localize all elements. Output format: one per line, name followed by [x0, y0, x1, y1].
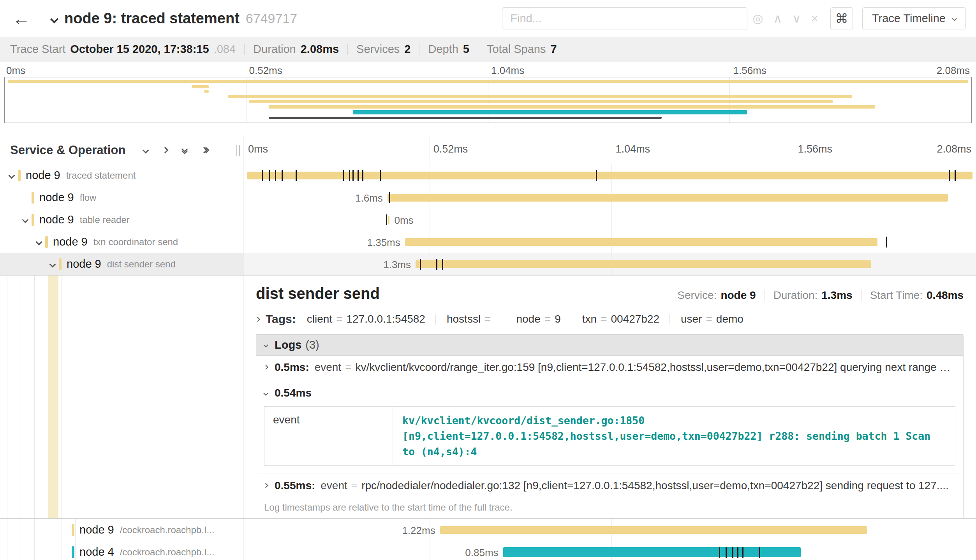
span-row[interactable]: node 9 table reader 0ms — [0, 209, 976, 231]
span-row[interactable]: node 9 txn coordinator send 1.35ms — [0, 231, 976, 253]
span-bar[interactable] — [416, 260, 871, 268]
service-name: node 9 — [53, 235, 88, 248]
span-name-cell[interactable]: node 4 /cockroach.roachpb.I... — [0, 541, 243, 560]
find-input[interactable] — [502, 7, 747, 30]
log-timestamp: 0.55ms: — [275, 479, 315, 492]
collapse-children-icon[interactable] — [46, 262, 59, 267]
tag-value: 9 — [555, 313, 561, 325]
span-detail-panel: dist sender send Service: node 9 Duratio… — [243, 276, 976, 518]
column-resize-handle[interactable] — [236, 145, 240, 156]
span-bar[interactable] — [388, 194, 948, 202]
divider — [244, 44, 245, 55]
service-operation-header: Service & Operation — [0, 136, 243, 164]
tag: txn = 00427b22 — [582, 313, 659, 325]
operation-name: traced statement — [66, 170, 136, 181]
duration: Duration 2.08ms — [253, 43, 339, 56]
equals-sign: = — [345, 361, 351, 374]
equals-sign: = — [351, 479, 358, 492]
span-timeline-cell[interactable]: 1.3ms — [243, 253, 976, 275]
service-value: node 9 — [721, 289, 756, 302]
span-duration-label: 1.22ms — [402, 525, 435, 537]
expand-one-icon[interactable] — [162, 147, 169, 153]
collapse-children-icon[interactable] — [5, 173, 18, 178]
log-field-key: event — [264, 407, 393, 465]
span-timeline-cell[interactable]: 1.35ms — [243, 231, 976, 253]
operation-name: txn coordinator send — [93, 237, 178, 248]
span-bar[interactable] — [405, 238, 877, 246]
logs-header[interactable]: Logs (3) — [256, 335, 963, 356]
collapse-one-icon[interactable] — [143, 147, 149, 153]
collapse-children-icon[interactable] — [33, 240, 45, 244]
span-name-cell[interactable]: node 9 txn coordinator send — [0, 231, 243, 253]
span-timeline-cell[interactable]: 1.6ms — [243, 186, 976, 209]
top-bar: ← node 9: traced statement 6749717 ◎ ∧ ∨… — [0, 0, 976, 37]
minimap-span-bar — [353, 110, 747, 114]
services: Services 2 — [356, 43, 410, 56]
span-row[interactable]: node 9 /cockroach.roachpb.I... 1.22ms — [0, 519, 976, 541]
time-tick-label: 1.04ms — [616, 143, 650, 155]
span-row[interactable]: node 4 /cockroach.roachpb.I... 0.85ms — [0, 541, 976, 560]
span-bar[interactable] — [388, 216, 390, 224]
time-tick-label: 1.04ms — [491, 65, 524, 77]
expand-all-icon[interactable] — [202, 148, 208, 153]
gridline — [794, 136, 794, 164]
span-bar[interactable] — [247, 172, 972, 179]
operation-name: flow — [80, 192, 97, 203]
chevron-down-icon — [263, 342, 268, 348]
time-tick-label: 1.56ms — [798, 143, 832, 155]
focus-match-icon[interactable]: ◎ — [752, 12, 763, 25]
span-bar[interactable] — [503, 547, 801, 557]
divider — [669, 314, 670, 325]
time-tick-label: 1.56ms — [733, 65, 766, 77]
log-entry[interactable]: 0.5ms: event = kv/kvclient/kvcoord/range… — [256, 356, 963, 379]
log-field-key: event — [315, 361, 342, 374]
tags-section[interactable]: Tags: client = 127.0.0.1:54582 hostssl =… — [256, 312, 964, 326]
span-name-cell[interactable]: node 9 flow — [0, 186, 243, 209]
log-marker — [343, 170, 344, 181]
collapse-children-icon[interactable] — [19, 218, 32, 222]
span-timeline-cell[interactable]: 1.22ms — [243, 519, 976, 541]
span-name-cell[interactable]: node 9 dist sender send — [0, 253, 243, 275]
span-name-cell[interactable]: node 9 /cockroach.roachpb.I... — [0, 519, 243, 541]
time-tick-label: 2.08ms — [937, 143, 971, 155]
collapse-header-icon[interactable] — [50, 15, 58, 23]
span-row[interactable]: node 9 traced statement — [0, 164, 976, 186]
span-timeline-cell[interactable] — [243, 164, 976, 186]
span-bar[interactable] — [440, 526, 867, 534]
tag: user = demo — [681, 313, 743, 325]
span-name-cell[interactable]: node 9 traced statement — [0, 164, 243, 186]
minimap-canvas[interactable] — [4, 77, 972, 123]
depth-label: Depth — [428, 43, 458, 56]
clear-search-icon[interactable]: × — [811, 12, 818, 25]
tag-value: 00427b22 — [611, 313, 659, 325]
next-match-icon[interactable]: ∨ — [792, 12, 801, 25]
span-timeline-cell[interactable]: 0.85ms — [243, 541, 976, 560]
log-timestamp: 0.54ms — [275, 387, 312, 399]
trace-view-dropdown[interactable]: Trace Timeline — [862, 7, 966, 30]
log-marker — [358, 170, 359, 181]
tag-value: demo — [716, 313, 743, 325]
tag: node = 9 — [516, 313, 560, 325]
minimap-ruler: 0ms 0.52ms 1.04ms 1.56ms 2.08ms — [4, 64, 972, 77]
prev-match-icon[interactable]: ∧ — [773, 12, 782, 25]
duration-label: Duration — [253, 43, 296, 56]
trace-id: 6749717 — [246, 11, 297, 26]
span-name-cell[interactable]: node 9 table reader — [0, 209, 243, 231]
logs-section: Logs (3) 0.5ms: event = kv/kvclient/kvco… — [256, 334, 964, 518]
log-marker — [732, 547, 733, 558]
collapse-all-icon[interactable] — [182, 147, 187, 153]
log-entry[interactable]: 0.55ms: event = rpc/nodedialer/nodediale… — [256, 474, 963, 497]
keyboard-shortcuts-button[interactable]: ⌘ — [830, 7, 853, 30]
log-marker — [275, 170, 276, 181]
span-timeline-cell[interactable]: 0ms — [243, 209, 976, 231]
tag-key: user — [681, 313, 702, 325]
service-name: node 4 — [79, 546, 114, 558]
tag: client = 127.0.0.1:54582 — [307, 313, 425, 325]
span-row[interactable]: node 9 flow 1.6ms — [0, 186, 976, 209]
back-icon[interactable]: ← — [12, 10, 30, 28]
span-row-selected[interactable]: node 9 dist sender send 1.3ms — [0, 253, 976, 275]
time-tick-label: 2.08ms — [937, 65, 970, 77]
span-color-chip — [45, 236, 48, 248]
total-spans: Total Spans 7 — [487, 43, 557, 56]
log-entry-header[interactable]: 0.54ms — [264, 384, 955, 402]
